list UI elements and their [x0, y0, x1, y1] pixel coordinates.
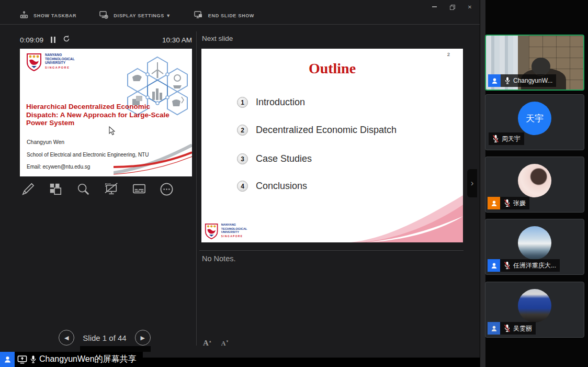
slide-title: Hierarchical Decentralized Economic Disp…: [26, 103, 188, 127]
next-slide-label: Next slide: [202, 35, 233, 42]
display-settings-icon: [99, 11, 108, 21]
current-time: 10:30 AM: [162, 36, 192, 44]
show-taskbar-icon: [20, 11, 28, 21]
screen: ✕ SHOW TASKBAR DISPLAY SETTINGS ▼ END SL…: [0, 0, 588, 367]
next-slide-button[interactable]: ▶: [135, 330, 151, 346]
presenter-toolbar: SHOW TASKBAR DISPLAY SETTINGS ▼ END SLID…: [20, 8, 254, 23]
share-banner-bar: ChangyunWen的屏幕共享: [15, 352, 143, 367]
mic-muted-icon: [504, 261, 511, 270]
end-slide-show-button[interactable]: END SLIDE SHOW: [194, 11, 254, 21]
outline-item: 2 Decentralized Economic Dispatch: [237, 125, 397, 136]
window-controls: ✕: [431, 3, 473, 10]
restore-icon: [450, 5, 454, 9]
toolbar-divider: [0, 24, 480, 25]
outline-item: 3 Case Studies: [237, 153, 312, 164]
next-slide-preview: 2 Outline 1 Introduction 2 Decentralized…: [201, 49, 463, 242]
slide-author: Changyun Wen: [27, 139, 64, 145]
slide-counter: Slide 1 of 44: [83, 333, 126, 342]
participant-label: 吴雯丽: [488, 322, 536, 335]
see-all-slides-button[interactable]: [47, 180, 64, 198]
next-slide-title: Outline: [201, 60, 463, 77]
participant-tile-renzhouyang[interactable]: 任洲洋重庆大...: [485, 219, 584, 275]
participant-tile-changyunwen[interactable]: ChangyunW...: [485, 35, 584, 91]
next-slide-swoosh-graphic: [350, 195, 463, 242]
timer-row: 0:09:09 10:30 AM: [20, 34, 192, 46]
pen-tool-button[interactable]: [19, 180, 37, 198]
participant-tile-wuwenli[interactable]: 吴雯丽: [485, 282, 584, 338]
captions-button[interactable]: [130, 180, 148, 198]
slide-swoosh-graphic: [114, 144, 192, 176]
minimize-icon: [432, 6, 437, 7]
notes-divider: [199, 250, 463, 251]
pause-timer-button[interactable]: [51, 37, 55, 43]
current-slide-preview[interactable]: NANYANG TECHNOLOGICAL UNIVERSITY SINGAPO…: [20, 49, 192, 176]
screen-share-banner: ChangyunWen的屏幕共享: [0, 352, 143, 367]
slide-email: Email: ecywen@ntu.edu.sg: [27, 164, 90, 170]
participant-label: 任洲洋重庆大...: [488, 259, 560, 272]
outline-number-badge: 3: [237, 153, 248, 164]
chevron-right-icon: ›: [471, 178, 474, 188]
display-settings-label: DISPLAY SETTINGS ▼: [114, 13, 171, 18]
more-options-button[interactable]: [158, 180, 176, 198]
restart-timer-icon[interactable]: [63, 35, 70, 45]
black-screen-button[interactable]: [103, 180, 120, 198]
participant-label: 张媛: [488, 197, 529, 209]
participant-name: 周天宇: [502, 135, 521, 143]
zoom-slide-button[interactable]: [74, 180, 92, 198]
more-options-icon: [160, 182, 174, 196]
text-larger-button[interactable]: A▲: [203, 338, 212, 348]
outline-number-badge: 2: [237, 125, 248, 136]
person-badge-icon: [488, 197, 500, 209]
ntu-logo-text: NANYANG TECHNOLOGICAL UNIVERSITY SINGAPO…: [45, 53, 75, 71]
participant-tile-zhangyuan[interactable]: 张媛: [485, 157, 584, 213]
caret-up-icon: ▲: [209, 340, 212, 343]
participant-name: 吴雯丽: [513, 324, 532, 333]
share-banner-text: ChangyunWen的屏幕共享: [39, 354, 137, 365]
participant-label: 周天宇: [489, 132, 524, 145]
text-smaller-button[interactable]: A▼: [221, 338, 229, 348]
participant-tile-zhoutianyu[interactable]: 天宇 周天宇: [485, 94, 584, 150]
captions-icon: [132, 182, 146, 196]
show-taskbar-button[interactable]: SHOW TASKBAR: [20, 11, 76, 21]
mic-icon: [504, 76, 511, 85]
mic-muted-icon: [504, 324, 511, 332]
avatar: [518, 289, 551, 322]
slide-navigation: ◀ Slide 1 of 44 ▶: [51, 330, 158, 346]
next-icon: ▶: [140, 335, 144, 341]
close-button[interactable]: ✕: [466, 4, 473, 10]
screen-share-icon: [17, 355, 27, 364]
participants-sidebar: ChangyunW... 天宇 周天宇: [480, 0, 588, 367]
previous-icon: ◀: [64, 335, 69, 341]
minimize-button[interactable]: [431, 4, 438, 10]
person-badge-icon: [488, 322, 500, 335]
pen-icon: [21, 182, 35, 196]
mic-muted-icon: [504, 199, 511, 207]
previous-slide-button[interactable]: ◀: [59, 330, 74, 346]
panel-divider: [196, 31, 197, 346]
notes-font-controls: A▲ A▼: [203, 338, 229, 348]
outline-number-badge: 1: [237, 97, 248, 108]
see-all-slides-icon: [49, 182, 62, 196]
person-badge-icon: [0, 352, 15, 367]
ntu-shield-icon: [205, 223, 218, 239]
participant-name: ChangyunW...: [513, 77, 552, 84]
show-taskbar-label: SHOW TASKBAR: [33, 13, 76, 18]
participant-name: 张媛: [513, 199, 526, 208]
ntu-shield-icon: [26, 53, 42, 71]
mic-icon: [30, 355, 37, 364]
person-badge-icon: [488, 259, 500, 272]
restore-button[interactable]: [448, 4, 456, 10]
avatar: [518, 164, 551, 197]
avatar: 天宇: [518, 102, 551, 135]
annotation-toolbar: [19, 180, 176, 198]
person-badge-icon: [488, 74, 501, 87]
mic-muted-icon: [492, 135, 499, 143]
sidebar-expand-button[interactable]: ›: [467, 169, 477, 197]
participant-name: 任洲洋重庆大...: [513, 261, 556, 270]
presenter-view-window: ✕ SHOW TASKBAR DISPLAY SETTINGS ▼ END SL…: [0, 0, 480, 358]
display-settings-button[interactable]: DISPLAY SETTINGS ▼: [99, 11, 171, 21]
end-slide-show-icon: [194, 11, 203, 21]
magnifier-icon: [76, 182, 90, 196]
black-screen-icon: [104, 182, 119, 196]
outline-item: 1 Introduction: [237, 97, 305, 108]
